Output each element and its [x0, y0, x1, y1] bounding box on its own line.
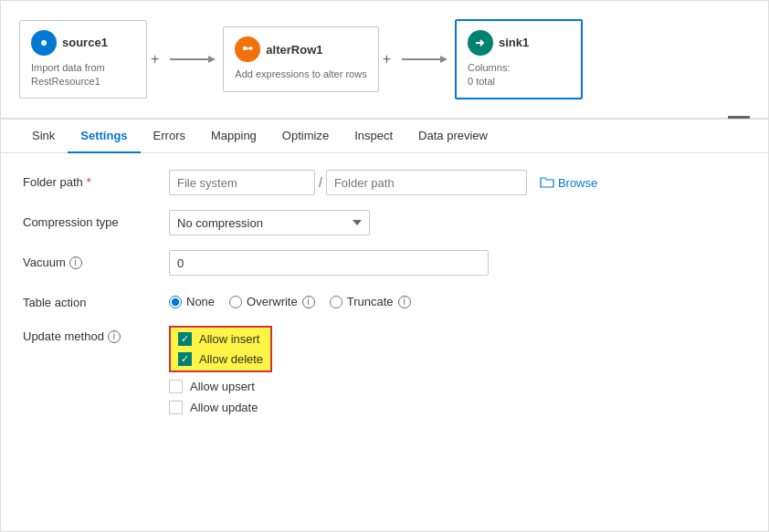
table-action-label: Table action	[23, 290, 169, 309]
radio-overwrite[interactable]: Overwrite i	[229, 295, 315, 308]
slash-separator: /	[319, 175, 322, 190]
vacuum-label: Vacuum i	[23, 250, 169, 269]
radio-truncate-input[interactable]	[330, 296, 342, 308]
browse-folder-icon	[540, 176, 554, 189]
allow-insert-checkbox-icon: ✓	[178, 332, 192, 346]
sink-node[interactable]: sink1 Columns:0 total	[455, 19, 583, 100]
update-method-row: Update method i ✓ Allow insert ✓	[23, 324, 746, 414]
allow-update-checkbox-icon	[169, 401, 183, 414]
radio-overwrite-input[interactable]	[229, 296, 242, 308]
radio-none-label: None	[186, 295, 215, 308]
tab-inspect[interactable]: Inspect	[342, 120, 406, 153]
allow-upsert-item[interactable]: Allow upsert	[169, 380, 272, 393]
folder-path-inputs: /	[169, 170, 527, 195]
allow-delete-checkbox-icon: ✓	[178, 352, 192, 366]
vacuum-input[interactable]	[169, 250, 489, 276]
alter-row-body: Add expressions to alter rows	[235, 68, 366, 81]
tab-data-preview[interactable]: Data preview	[406, 120, 500, 153]
sink-icon	[468, 30, 493, 56]
table-action-control: None Overwrite i Truncate i	[169, 290, 746, 308]
tab-sink[interactable]: Sink	[19, 120, 68, 153]
browse-button[interactable]: Browse	[532, 172, 605, 193]
radio-none-input[interactable]	[169, 296, 182, 308]
allow-delete-item[interactable]: ✓ Allow delete	[178, 352, 263, 366]
allow-update-item[interactable]: Allow update	[169, 401, 272, 414]
table-action-radio-group: None Overwrite i Truncate i	[169, 290, 411, 308]
minimize-bar	[728, 116, 750, 119]
allow-upsert-label: Allow upsert	[190, 380, 255, 393]
folder-path-label: Folder path *	[23, 170, 169, 189]
truncate-info-icon: i	[398, 296, 411, 308]
allow-update-label: Allow update	[190, 401, 258, 414]
table-action-row: Table action None Overwrite i Trunc	[23, 290, 746, 309]
source-icon	[31, 30, 57, 56]
update-method-label: Update method i	[23, 324, 169, 343]
main-container: source1 Import data fromRestResource1 +	[0, 0, 769, 532]
alter-row-node[interactable]: alterRow1 Add expressions to alter rows	[223, 26, 378, 91]
source-node-body: Import data fromRestResource1	[31, 61, 105, 89]
compression-type-label: Compression type	[23, 210, 169, 229]
vacuum-info-icon: i	[69, 256, 82, 269]
allow-upsert-checkbox-icon	[169, 380, 183, 393]
alter-row-label: alterRow1	[266, 43, 322, 57]
allow-insert-label: Allow insert	[199, 332, 259, 346]
source-plus: +	[147, 51, 163, 68]
alter-row-icon	[235, 37, 260, 62]
svg-marker-5	[440, 56, 448, 63]
compression-type-row: Compression type No compression gzip bzi…	[23, 210, 746, 235]
radio-overwrite-label: Overwrite	[247, 295, 298, 308]
required-star: *	[87, 175, 91, 189]
file-system-input[interactable]	[169, 170, 315, 195]
folder-path-row: Folder path * / Browse	[23, 170, 746, 195]
radio-none[interactable]: None	[169, 295, 215, 308]
arrow-2	[395, 52, 455, 67]
svg-marker-2	[208, 56, 216, 63]
compression-type-control: No compression gzip bzip2 deflate	[169, 210, 746, 235]
overwrite-info-icon: i	[302, 296, 315, 308]
update-method-control: ✓ Allow insert ✓ Allow delete	[169, 324, 746, 414]
radio-truncate[interactable]: Truncate i	[330, 295, 411, 308]
compression-type-select[interactable]: No compression gzip bzip2 deflate	[169, 210, 370, 235]
sink-node-label: sink1	[499, 36, 529, 49]
update-method-checkboxes: ✓ Allow insert ✓ Allow delete	[169, 324, 272, 414]
source-node[interactable]: source1 Import data fromRestResource1	[19, 20, 147, 99]
tab-errors[interactable]: Errors	[141, 120, 198, 153]
vacuum-control	[169, 250, 746, 276]
allow-delete-label: Allow delete	[199, 352, 263, 366]
arrow-1	[163, 52, 223, 67]
settings-panel: Folder path * / Browse Comp	[1, 153, 768, 531]
highlighted-checkbox-box: ✓ Allow insert ✓ Allow delete	[169, 326, 272, 372]
source-node-label: source1	[62, 36, 108, 49]
tab-settings[interactable]: Settings	[68, 120, 140, 153]
folder-path-input[interactable]	[326, 170, 527, 195]
radio-truncate-label: Truncate	[347, 295, 394, 308]
tabs-bar: Sink Settings Errors Mapping Optimize In…	[1, 120, 768, 153]
tab-mapping[interactable]: Mapping	[198, 120, 269, 153]
sink-node-body: Columns:0 total	[468, 61, 510, 89]
pipeline-canvas: source1 Import data fromRestResource1 +	[1, 1, 768, 120]
update-method-info-icon: i	[108, 330, 121, 343]
allow-insert-item[interactable]: ✓ Allow insert	[178, 332, 263, 346]
vacuum-row: Vacuum i	[23, 250, 746, 276]
folder-path-control: / Browse	[169, 170, 746, 195]
alter-plus: +	[379, 51, 395, 68]
tab-optimize[interactable]: Optimize	[269, 120, 342, 153]
